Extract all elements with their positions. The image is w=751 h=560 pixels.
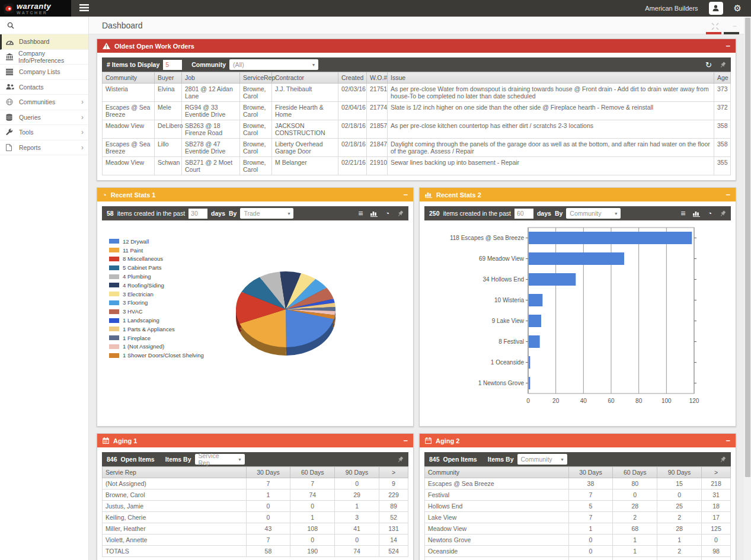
aging2-row[interactable]: Newtons Grove0110 bbox=[425, 535, 731, 546]
column-header[interactable]: Community bbox=[425, 467, 569, 478]
work-order-row[interactable]: Escapes @ Sea BreezeMeleRG94 @ 33 Eventi… bbox=[103, 102, 731, 120]
bar-chart-view-icon[interactable] bbox=[370, 210, 378, 217]
column-header[interactable]: Job bbox=[182, 72, 240, 84]
column-header[interactable]: ServiceRep bbox=[240, 72, 272, 84]
column-header[interactable]: 90 Days bbox=[657, 467, 702, 478]
pie-chart-view-icon[interactable]: ◔ bbox=[708, 210, 712, 217]
list-view-icon[interactable]: ≡ bbox=[680, 209, 685, 218]
column-header[interactable]: Issue bbox=[388, 72, 714, 84]
pin-icon[interactable] bbox=[720, 210, 726, 217]
aging1-row[interactable]: Miller, Heather4310841131 bbox=[103, 523, 408, 535]
aging2-row[interactable]: Escapes @ Sea Breeze388015218 bbox=[425, 478, 731, 489]
aging2-row[interactable]: Hollows End5282518 bbox=[425, 501, 731, 512]
legend-item[interactable]: 3 Flooring bbox=[109, 299, 210, 308]
column-header[interactable]: Community bbox=[103, 72, 155, 84]
column-header[interactable]: > bbox=[379, 467, 408, 478]
list-view-icon[interactable]: ≡ bbox=[358, 209, 363, 218]
column-header[interactable]: 60 Days bbox=[613, 467, 657, 478]
community-filter-select[interactable]: (All) ▾ bbox=[229, 59, 318, 70]
stats2-panel-header[interactable]: Recent Stats 2 − bbox=[420, 188, 736, 201]
legend-item[interactable]: 11 Paint bbox=[109, 246, 210, 255]
sidebar-item-company-info-preferences[interactable]: Company Info/Preferences bbox=[0, 50, 88, 65]
legend-item[interactable]: 1 Parts & Appliances bbox=[109, 325, 210, 334]
stats1-by-select[interactable]: Trade ▾ bbox=[240, 208, 293, 219]
column-header[interactable]: > bbox=[701, 467, 730, 478]
legend-item[interactable]: 1 Shower Doors/Closet Shelving bbox=[109, 351, 210, 360]
work-order-row[interactable]: WisteriaElvina2801 @ 12 Aidan LaneBrowne… bbox=[103, 84, 731, 102]
pie-chart-view-icon[interactable]: ◔ bbox=[385, 210, 389, 217]
legend-item[interactable]: 8 Miscellaneous bbox=[109, 255, 210, 264]
bar-chart-view-icon[interactable] bbox=[693, 210, 700, 217]
expand-icon[interactable] bbox=[711, 22, 719, 33]
scrollbar-thumb[interactable] bbox=[745, 18, 750, 477]
aging2-items-by-select[interactable]: Community ▾ bbox=[517, 454, 567, 465]
column-header[interactable]: 60 Days bbox=[290, 467, 335, 478]
stats1-panel-header[interactable]: ◔ Recent Stats 1 − bbox=[97, 188, 413, 201]
aging1-row[interactable]: Keiling, Cherie01352 bbox=[103, 512, 408, 523]
stats2-by-select[interactable]: Community ▾ bbox=[566, 208, 621, 219]
aging2-row[interactable]: Lake View72217 bbox=[425, 512, 731, 523]
sidebar-item-reports[interactable]: Reports› bbox=[0, 140, 88, 156]
hamburger-menu-icon[interactable] bbox=[79, 3, 89, 14]
legend-item[interactable]: 3 Electrician bbox=[109, 290, 210, 299]
sidebar-item-dashboard[interactable]: Dashboard bbox=[0, 34, 88, 50]
minimize-icon[interactable]: − bbox=[726, 42, 730, 50]
theme-bar-dark[interactable] bbox=[724, 32, 739, 34]
sidebar-item-queries[interactable]: Queries› bbox=[0, 110, 88, 126]
stats1-days-input[interactable] bbox=[188, 209, 207, 219]
items-to-display-input[interactable] bbox=[163, 60, 182, 70]
aging1-row[interactable]: (Not Assigned)7709 bbox=[103, 478, 408, 489]
pin-icon[interactable] bbox=[397, 456, 404, 463]
aging2-row[interactable]: Wisteria010116 bbox=[425, 557, 731, 560]
minimize-icon[interactable]: − bbox=[403, 437, 408, 444]
legend-item[interactable]: 3 HVAC bbox=[109, 307, 210, 316]
legend-item[interactable]: 1 Landscaping bbox=[109, 316, 210, 325]
work-order-row[interactable]: Meadow ViewSchwanSB271 @ 2 Moet CourtBro… bbox=[103, 157, 731, 175]
legend-item[interactable]: 4 Plumbing bbox=[109, 272, 210, 281]
aging1-row[interactable]: Violett, Annette70014 bbox=[103, 535, 408, 546]
work-orders-panel-header[interactable]: Oldest Open Work Orders − bbox=[97, 39, 736, 53]
column-header[interactable]: Buyer bbox=[155, 72, 182, 84]
minimize-icon[interactable]: − bbox=[403, 191, 408, 199]
column-header[interactable]: W.O.# bbox=[367, 72, 388, 84]
aging1-row[interactable]: Browne, Carol17429229 bbox=[103, 489, 408, 501]
collapse-dash-icon[interactable]: − bbox=[733, 22, 737, 30]
aging1-panel-header[interactable]: Aging 1 − bbox=[97, 434, 413, 447]
sidebar-item-communities[interactable]: Communities› bbox=[0, 95, 88, 110]
sidebar-search[interactable] bbox=[0, 17, 88, 34]
minimize-icon[interactable]: − bbox=[726, 191, 730, 199]
sidebar-item-company-lists[interactable]: Company Lists bbox=[0, 65, 88, 80]
aging2-panel-header[interactable]: Aging 2 − bbox=[420, 434, 736, 447]
column-header[interactable]: 90 Days bbox=[335, 467, 379, 478]
refresh-icon[interactable]: ↻ bbox=[705, 60, 712, 69]
aging2-row[interactable]: Meadow View16828125 bbox=[425, 523, 731, 535]
pin-icon[interactable] bbox=[397, 210, 404, 217]
work-order-row[interactable]: Meadow ViewDeLiberoSB263 @ 18 Firenze Ro… bbox=[103, 120, 731, 139]
legend-item[interactable]: 5 Cabinet Parts bbox=[109, 263, 210, 272]
legend-item[interactable]: 1 (Not Assigned) bbox=[109, 343, 210, 351]
user-account-button[interactable] bbox=[709, 2, 723, 15]
column-header[interactable]: Age bbox=[714, 72, 731, 84]
legend-item[interactable]: 1 Fireplace bbox=[109, 334, 210, 343]
aging1-items-by-select[interactable]: Service Rep ▾ bbox=[195, 454, 245, 465]
aging2-row[interactable]: Festival70031 bbox=[425, 489, 731, 501]
page-scrollbar[interactable] bbox=[744, 17, 751, 560]
pin-icon[interactable] bbox=[720, 62, 726, 68]
sidebar-item-tools[interactable]: Tools› bbox=[0, 125, 88, 140]
column-header[interactable]: 30 Days bbox=[246, 467, 290, 478]
column-header[interactable]: Servie Rep bbox=[103, 467, 247, 478]
aging1-row[interactable]: Justus, Jamie00189 bbox=[103, 501, 408, 512]
legend-item[interactable]: 12 Drywall bbox=[109, 237, 210, 246]
aging1-row[interactable]: TOTALS5819074524 bbox=[103, 546, 408, 557]
pin-icon[interactable] bbox=[720, 456, 726, 463]
column-header[interactable]: 30 Days bbox=[568, 467, 613, 478]
settings-gear-icon[interactable]: ⚙ bbox=[734, 3, 742, 14]
legend-item[interactable]: 4 Roofing/Siding bbox=[109, 281, 210, 290]
stats2-days-input[interactable] bbox=[514, 209, 533, 219]
minimize-icon[interactable]: − bbox=[726, 437, 730, 444]
work-order-row[interactable]: Escapes @ Sea BreezeLilloSB278 @ 47 Even… bbox=[103, 139, 731, 157]
column-header[interactable]: Contractor bbox=[272, 72, 338, 84]
app-logo[interactable]: warranty WATCHER bbox=[0, 0, 71, 17]
sidebar-item-contacts[interactable]: Contacts bbox=[0, 80, 88, 95]
column-header[interactable]: Created bbox=[338, 72, 367, 84]
